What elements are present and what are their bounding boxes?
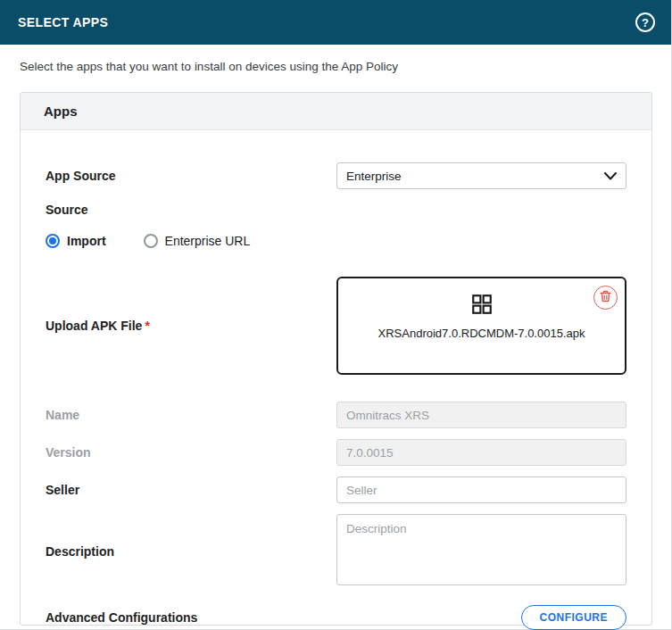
description-input[interactable] <box>336 514 626 585</box>
app-source-selected-value: Enterprise <box>346 170 402 183</box>
app-source-row: App Source Enterprise <box>46 162 626 189</box>
uploaded-apk-filename: XRSAndroid7.0.RDCMDM-7.0.0015.apk <box>338 327 625 340</box>
radio-import-icon <box>46 234 60 248</box>
upload-apk-label: Upload APK File* <box>46 319 150 333</box>
configure-button[interactable]: CONFIGURE <box>521 605 627 630</box>
apps-panel-body: App Source Enterprise Source <box>21 130 651 630</box>
seller-label: Seller <box>46 483 79 497</box>
description-label: Description <box>46 544 114 559</box>
description-row: Description <box>46 514 626 589</box>
seller-input[interactable] <box>336 477 626 503</box>
radio-option-enterprise-url[interactable]: Enterprise URL <box>144 234 251 248</box>
apk-upload-dropzone[interactable]: XRSAndroid7.0.RDCMDM-7.0.0015.apk <box>336 277 626 375</box>
advanced-configurations-row: Advanced Configurations CONFIGURE <box>46 605 626 630</box>
source-label: Source <box>46 203 87 217</box>
name-label: Name <box>46 408 79 422</box>
app-source-select[interactable]: Enterprise <box>336 162 626 189</box>
select-apps-dialog: SELECT APPS ? Select the apps that you w… <box>0 0 672 630</box>
page-title: SELECT APPS <box>18 15 108 29</box>
apps-panel: Apps App Source Enterprise S <box>20 92 652 626</box>
radio-option-import[interactable]: Import <box>46 234 106 248</box>
apps-panel-title: Apps <box>21 93 651 130</box>
radio-import-label: Import <box>67 234 106 248</box>
version-row: Version <box>46 439 626 466</box>
app-source-label: App Source <box>46 169 116 183</box>
help-glyph: ? <box>642 16 649 29</box>
upload-apk-row: Upload APK File* <box>46 277 626 375</box>
source-row: Source <box>46 202 626 218</box>
delete-trash-icon <box>600 290 611 306</box>
intro-text: Select the apps that you want to install… <box>20 60 651 73</box>
required-asterisk: * <box>145 319 149 333</box>
apps-grid-icon <box>470 293 494 319</box>
name-row: Name <box>46 402 626 428</box>
version-input <box>336 439 626 466</box>
delete-apk-button[interactable] <box>593 286 618 310</box>
dialog-header: SELECT APPS ? <box>0 0 671 45</box>
seller-row: Seller <box>46 477 626 503</box>
advanced-configurations-label: Advanced Configurations <box>46 610 197 625</box>
help-icon[interactable]: ? <box>635 12 655 32</box>
name-input <box>336 402 626 428</box>
chevron-down-icon <box>604 172 617 180</box>
source-radio-group: Import Enterprise URL <box>46 234 626 248</box>
version-label: Version <box>46 445 91 460</box>
radio-enterprise-url-label: Enterprise URL <box>165 234 251 248</box>
radio-enterprise-url-icon <box>144 234 158 248</box>
